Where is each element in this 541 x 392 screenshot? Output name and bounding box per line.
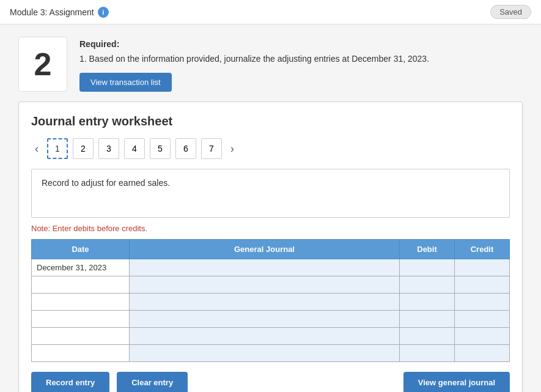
- credit-input-5[interactable]: [455, 328, 509, 344]
- table-header-row: Date General Journal Debit Credit: [32, 240, 510, 259]
- credit-cell-3[interactable]: [455, 294, 510, 311]
- debit-input-6[interactable]: [400, 345, 454, 361]
- clear-entry-button[interactable]: Clear entry: [117, 372, 188, 392]
- table-row: [32, 294, 510, 311]
- journal-input-5[interactable]: [130, 328, 399, 344]
- assignment-text: Required: 1. Based on the information pr…: [79, 37, 429, 92]
- page-1-button[interactable]: 1: [47, 138, 68, 159]
- credit-cell-1[interactable]: [455, 259, 510, 276]
- date-cell-3: [32, 294, 130, 311]
- credit-cell-4[interactable]: [455, 311, 510, 328]
- table-row: [32, 345, 510, 362]
- date-cell-5: [32, 328, 130, 345]
- debit-cell-2[interactable]: [400, 276, 455, 294]
- credit-cell-2[interactable]: [455, 276, 510, 294]
- credit-input-3[interactable]: [455, 294, 509, 310]
- top-bar-left: Module 3: Assignment i: [10, 7, 109, 18]
- debit-cell-5[interactable]: [400, 328, 455, 345]
- journal-table: Date General Journal Debit Credit Decemb…: [31, 239, 510, 362]
- required-label: Required:: [79, 39, 429, 49]
- view-transaction-button[interactable]: View transaction list: [79, 73, 172, 92]
- note-text: Note: Enter debits before credits.: [31, 224, 510, 233]
- credit-input-1[interactable]: [455, 259, 509, 276]
- journal-input-2[interactable]: [130, 276, 399, 293]
- credit-cell-6[interactable]: [455, 345, 510, 362]
- journal-cell-2[interactable]: [130, 276, 400, 294]
- pagination: ‹ 1 2 3 4 5 6 7 ›: [31, 138, 510, 159]
- date-cell-1: December 31, 2023: [32, 259, 130, 276]
- page-5-button[interactable]: 5: [150, 138, 171, 159]
- saved-badge: Saved: [490, 5, 531, 19]
- module-title: Module 3: Assignment: [10, 7, 94, 17]
- page-4-button[interactable]: 4: [124, 138, 145, 159]
- prev-page-button[interactable]: ‹: [31, 141, 42, 157]
- journal-cell-3[interactable]: [130, 294, 400, 311]
- info-icon[interactable]: i: [98, 7, 109, 18]
- debit-cell-6[interactable]: [400, 345, 455, 362]
- debit-cell-3[interactable]: [400, 294, 455, 311]
- debit-input-2[interactable]: [400, 276, 454, 293]
- table-row: December 31, 2023: [32, 259, 510, 276]
- journal-input-4[interactable]: [130, 311, 399, 327]
- step-number: 2: [34, 46, 52, 83]
- table-row: [32, 276, 510, 294]
- debit-input-3[interactable]: [400, 294, 454, 310]
- journal-cell-1[interactable]: [130, 259, 400, 276]
- view-general-journal-button[interactable]: View general journal: [403, 372, 510, 392]
- credit-input-6[interactable]: [455, 345, 509, 361]
- journal-input-1[interactable]: [130, 259, 399, 276]
- record-entry-button[interactable]: Record entry: [31, 372, 109, 392]
- journal-input-6[interactable]: [130, 345, 399, 361]
- debit-cell-1[interactable]: [400, 259, 455, 276]
- page-7-button[interactable]: 7: [201, 138, 222, 159]
- assignment-description: 1. Based on the information provided, jo…: [79, 53, 429, 65]
- page-6-button[interactable]: 6: [175, 138, 196, 159]
- main-content: 2 Required: 1. Based on the information …: [0, 24, 541, 392]
- journal-input-3[interactable]: [130, 294, 399, 310]
- credit-input-2[interactable]: [455, 276, 509, 293]
- table-row: [32, 328, 510, 345]
- debit-input-1[interactable]: [400, 259, 454, 276]
- debit-input-4[interactable]: [400, 311, 454, 327]
- date-cell-6: [32, 345, 130, 362]
- description-box: Record to adjust for earned sales.: [31, 169, 510, 218]
- next-page-button[interactable]: ›: [227, 141, 238, 157]
- date-cell-2: [32, 276, 130, 294]
- general-journal-header: General Journal: [130, 240, 400, 259]
- journal-cell-6[interactable]: [130, 345, 400, 362]
- page-3-button[interactable]: 3: [98, 138, 119, 159]
- journal-cell-4[interactable]: [130, 311, 400, 328]
- worksheet-title: Journal entry worksheet: [31, 114, 510, 128]
- page-2-button[interactable]: 2: [73, 138, 94, 159]
- top-bar: Module 3: Assignment i Saved: [0, 0, 541, 24]
- action-buttons: Record entry Clear entry View general jo…: [31, 372, 510, 392]
- description-text: Record to adjust for earned sales.: [42, 178, 170, 188]
- journal-cell-5[interactable]: [130, 328, 400, 345]
- date-cell-4: [32, 311, 130, 328]
- credit-input-4[interactable]: [455, 311, 509, 327]
- debit-header: Debit: [400, 240, 455, 259]
- table-row: [32, 311, 510, 328]
- worksheet-container: Journal entry worksheet ‹ 1 2 3 4 5 6 7 …: [18, 102, 523, 392]
- debit-input-5[interactable]: [400, 328, 454, 344]
- date-header: Date: [32, 240, 130, 259]
- credit-header: Credit: [455, 240, 510, 259]
- step-number-box: 2: [18, 37, 67, 92]
- debit-cell-4[interactable]: [400, 311, 455, 328]
- credit-cell-5[interactable]: [455, 328, 510, 345]
- assignment-card: 2 Required: 1. Based on the information …: [18, 37, 523, 92]
